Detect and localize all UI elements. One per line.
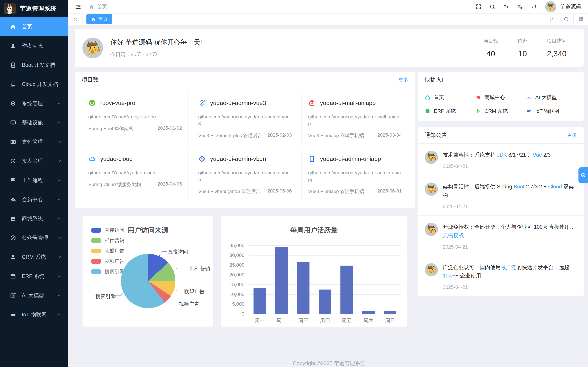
project-name: yudao-ui-admin-vue3 [210, 100, 266, 106]
sidebar-item-13[interactable]: ERP 系统 [0, 267, 68, 286]
sidebar-menu: 首页作者动态Boot 开发文档Cloud 开发文档系统管理基础设施支付管理报表管… [0, 17, 68, 324]
notice-title: 开源免授权：全部开源，个人与企业可 100% 直接使用，无需授权 [443, 223, 577, 240]
sidebar-item-4[interactable]: 系统管理 [0, 94, 68, 113]
notice-link[interactable]: Vue [533, 152, 542, 158]
sidebar-item-5[interactable]: 基础设施 [0, 113, 68, 132]
home-icon [91, 17, 96, 22]
tabs-scroll-left-button[interactable] [68, 14, 83, 25]
quick-entry-0[interactable]: 首页 [425, 94, 475, 101]
notice-text: 技术兼容性：系统支持 [443, 152, 497, 158]
notice-avatar [425, 223, 438, 236]
chevron-down-icon [57, 312, 61, 317]
sidebar-item-10[interactable]: 商城系统 [0, 209, 68, 228]
svg-text:E: E [427, 110, 428, 113]
sidebar-item-7[interactable]: 报表管理 [0, 151, 68, 171]
sidebar-item-9[interactable]: 会员中心 [0, 190, 68, 209]
project-card-4[interactable]: yudao-ui-admin-vbengithub.com/yudaocode/… [191, 148, 298, 201]
quick-entry-4[interactable]: CRM 系统 [475, 108, 526, 115]
notice-text: 开源免授权：全部开源，个人与企业可 100% 直接使用， [443, 224, 575, 230]
sidebar-item-0[interactable]: 首页 [0, 17, 68, 36]
notice-link[interactable]: 10w+ [443, 273, 456, 279]
legend-item-1[interactable]: 邮件营销 [91, 237, 124, 244]
collapse-menu-icon[interactable] [75, 4, 81, 10]
notices-more-link[interactable]: 更多 [567, 132, 577, 139]
project-card-3[interactable]: yudao-cloudgithub.com/YunaiV/yudao-cloud… [82, 148, 189, 201]
settings-button[interactable] [579, 167, 588, 183]
sidebar-item-15[interactable]: IoT 物联网 [0, 305, 68, 324]
search-icon[interactable] [489, 4, 495, 10]
tab-home[interactable]: 首页 [86, 14, 112, 24]
pie-label-2: 联盟广告 [184, 288, 205, 295]
member-icon [10, 196, 16, 203]
store-icon [10, 273, 16, 280]
notice-avatar [425, 183, 438, 196]
bar-chart-title: 每周用户活跃量 [221, 216, 407, 235]
tabs-scroll-right-button[interactable] [544, 14, 559, 25]
greeting-title: 你好 芋道源码 祝你开心每一天! [110, 38, 202, 47]
project-desc: Vue3 + vben5(antd) 管理后台 [198, 188, 260, 195]
notice-avatar [425, 151, 438, 164]
notice-link[interactable]: 无需授权 [443, 233, 464, 238]
legend-item-4[interactable]: 搜索引擎 [91, 268, 124, 275]
legend-item-3[interactable]: 视频广告 [91, 258, 124, 265]
sidebar-item-6[interactable]: 支付管理 [0, 132, 68, 151]
refresh-tab-button[interactable] [559, 14, 573, 25]
project-card-5[interactable]: yudao-ui-admin-uniappgithub.com/yudaocod… [302, 148, 408, 201]
notice-link[interactable]: Boot [514, 184, 525, 190]
breadcrumb-label: 首页 [97, 3, 107, 10]
legend-item-2[interactable]: 联盟广告 [91, 248, 124, 254]
grid-icon [578, 16, 584, 22]
chevron-down-icon [57, 216, 61, 221]
projects-more-link[interactable]: 更多 [398, 76, 408, 83]
notice-item-2[interactable]: 开源免授权：全部开源，个人与企业可 100% 直接使用，无需授权2025-04-… [418, 216, 584, 256]
quick-entry-1[interactable]: 商城中心 [475, 94, 526, 101]
legend-label: 搜索引擎 [105, 268, 124, 275]
project-card-1[interactable]: yudao-ui-admin-vue3github.com/yudaocode/… [191, 92, 298, 145]
notice-item-1[interactable]: 架构灵活性：后端提供 Spring Boot 2.7/3.2 + Cloud 双… [418, 175, 584, 216]
sidebar-item-8[interactable]: 工作流程 [0, 171, 68, 190]
user-icon [10, 43, 16, 49]
bar-周六 [358, 245, 380, 314]
tab-layout-button[interactable] [573, 14, 588, 25]
legend-label: 视频广告 [105, 258, 124, 265]
sidebar-item-2[interactable]: Boot 开发文档 [0, 55, 68, 75]
fullscreen-icon[interactable] [475, 4, 482, 10]
bar-周四 [314, 245, 336, 314]
home-outline-icon [425, 94, 431, 100]
gear-icon [10, 100, 16, 107]
sidebar-item-1[interactable]: 作者动态 [0, 36, 68, 55]
user-avatar[interactable] [545, 1, 556, 12]
notice-link[interactable]: Cloud [548, 184, 562, 190]
bar-周二 [271, 245, 293, 314]
notice-link[interactable]: 最广泛 [501, 264, 517, 270]
sidebar-item-11[interactable]: 公众号管理 [0, 228, 68, 247]
sidebar-item-14[interactable]: AIAI 大模型 [0, 286, 68, 305]
quick-entry-2[interactable]: AIAI 大模型 [526, 94, 577, 101]
sidebar-item-label: Boot 开发文档 [22, 61, 55, 69]
notice-item-3[interactable]: 广泛企业认可：国内使用最广泛的快速开发平台，远超 10w++ 企业使用2025-… [418, 256, 584, 296]
gear-icon [580, 172, 587, 178]
language-icon[interactable]: 文A [517, 4, 523, 10]
shopping-bag-icon [308, 99, 316, 107]
notice-item-0[interactable]: 技术兼容性：系统支持 JDK 8/17/21， Vue 2/32025-04-2… [418, 144, 584, 175]
notice-link[interactable]: JDK [497, 152, 507, 158]
user-icon [10, 254, 16, 260]
sidebar-item-3[interactable]: Cloud 开发文档 [0, 75, 68, 94]
notice-text: + 企业使用 [456, 273, 481, 279]
quick-entry-5[interactable]: IoT 物联网 [526, 108, 577, 115]
bar-rect [253, 288, 266, 314]
app-logo[interactable]: 芋道管理系统 [0, 0, 68, 17]
bell-icon[interactable] [531, 4, 537, 10]
legend-item-0[interactable]: 直接访问 [91, 227, 124, 234]
sidebar-item-12[interactable]: CRM 系统 [0, 247, 68, 267]
svg-text:T: T [504, 4, 506, 9]
quick-entry-3[interactable]: EERP 系统 [425, 108, 475, 115]
project-card-2[interactable]: yudao-ui-mall-uniappgithub.com/yudaocode… [302, 92, 408, 145]
sidebar-item-label: 支付管理 [22, 138, 43, 145]
font-size-icon[interactable]: TT [503, 4, 509, 10]
project-card-0[interactable]: ruoyi-vue-progithub.com/YunaiV/ruoyi-vue… [82, 92, 189, 145]
username[interactable]: 芋道源码 [560, 3, 581, 10]
chevron-down-icon [57, 159, 61, 163]
ai-icon: AI [10, 292, 16, 299]
projects-panel-title: 项目数 [82, 76, 98, 83]
